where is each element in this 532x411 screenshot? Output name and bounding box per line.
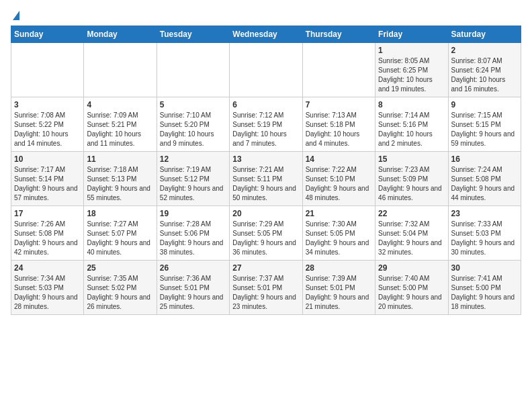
day-info-line: Sunrise: 7:09 AM — [87, 111, 138, 119]
day-info-line: Daylight: 9 hours and 26 minutes. — [87, 293, 150, 310]
day-info-line: Daylight: 9 hours and 30 minutes. — [451, 239, 515, 256]
day-number: 20 — [232, 209, 299, 218]
day-info-line: Sunrise: 7:26 AM — [14, 220, 65, 228]
day-info-line: Sunrise: 7:28 AM — [160, 220, 211, 228]
day-info: Sunrise: 7:14 AMSunset: 5:16 PMDaylight:… — [378, 111, 445, 148]
day-info-line: Sunset: 5:08 PM — [451, 175, 501, 183]
day-info-line: Sunrise: 7:13 AM — [306, 111, 357, 119]
day-info-line: Daylight: 9 hours and 50 minutes. — [232, 185, 296, 201]
calendar-cell: 29Sunrise: 7:40 AMSunset: 5:00 PMDayligh… — [375, 261, 448, 315]
day-info-line: Sunset: 5:14 PM — [14, 175, 64, 183]
day-info-line: Sunrise: 7:21 AM — [232, 166, 283, 173]
day-info-line: Sunrise: 7:41 AM — [451, 275, 502, 282]
day-info-line: Sunrise: 7:23 AM — [378, 166, 429, 173]
logo-arrow-icon — [13, 11, 19, 20]
calendar-cell: 25Sunrise: 7:35 AMSunset: 5:02 PMDayligh… — [84, 261, 157, 315]
day-info: Sunrise: 7:41 AMSunset: 5:00 PMDaylight:… — [451, 274, 518, 312]
day-info-line: Sunrise: 7:37 AM — [232, 275, 283, 282]
calendar-header-tuesday: Tuesday — [157, 26, 229, 43]
day-info-line: Sunrise: 7:24 AM — [451, 166, 502, 173]
day-info: Sunrise: 7:09 AMSunset: 5:21 PMDaylight:… — [87, 111, 153, 148]
day-info-line: Sunrise: 7:27 AM — [87, 220, 138, 228]
day-number: 9 — [451, 100, 518, 109]
day-info: Sunrise: 7:23 AMSunset: 5:09 PMDaylight:… — [378, 165, 445, 203]
day-info-line: Sunset: 5:20 PM — [160, 121, 210, 128]
day-info-line: Sunrise: 7:29 AM — [232, 220, 283, 228]
day-info-line: Sunset: 5:03 PM — [14, 284, 64, 291]
calendar-cell: 30Sunrise: 7:41 AMSunset: 5:00 PMDayligh… — [448, 261, 521, 315]
day-number: 12 — [160, 154, 226, 164]
day-info-line: Daylight: 9 hours and 46 minutes. — [378, 185, 442, 201]
day-info: Sunrise: 7:36 AMSunset: 5:01 PMDaylight:… — [160, 274, 226, 312]
day-info: Sunrise: 7:30 AMSunset: 5:05 PMDaylight:… — [306, 220, 372, 257]
day-info: Sunrise: 7:37 AMSunset: 5:01 PMDaylight:… — [232, 274, 299, 312]
calendar-header-thursday: Thursday — [302, 26, 375, 43]
day-info-line: Sunrise: 7:19 AM — [160, 166, 211, 173]
day-number: 2 — [451, 46, 518, 55]
day-info: Sunrise: 7:35 AMSunset: 5:02 PMDaylight:… — [87, 274, 153, 312]
calendar-cell: 15Sunrise: 7:23 AMSunset: 5:09 PMDayligh… — [375, 152, 448, 206]
calendar-cell: 11Sunrise: 7:18 AMSunset: 5:13 PMDayligh… — [84, 152, 157, 206]
day-info-line: Daylight: 9 hours and 32 minutes. — [378, 239, 442, 256]
day-info-line: Sunrise: 7:10 AM — [160, 111, 211, 119]
calendar-week-5: 24Sunrise: 7:34 AMSunset: 5:03 PMDayligh… — [11, 261, 521, 315]
day-info-line: Daylight: 9 hours and 48 minutes. — [306, 185, 369, 201]
day-number: 19 — [160, 209, 226, 218]
day-info-line: Daylight: 9 hours and 57 minutes. — [14, 185, 78, 201]
day-info-line: Sunrise: 7:32 AM — [378, 220, 429, 228]
day-info: Sunrise: 7:39 AMSunset: 5:01 PMDaylight:… — [306, 274, 372, 312]
calendar-cell: 2Sunrise: 8:07 AMSunset: 6:24 PMDaylight… — [448, 43, 521, 97]
day-number: 27 — [232, 263, 299, 273]
day-info-line: Sunset: 5:04 PM — [378, 230, 428, 237]
day-info: Sunrise: 7:19 AMSunset: 5:12 PMDaylight:… — [160, 165, 226, 203]
calendar-cell: 10Sunrise: 7:17 AMSunset: 5:14 PMDayligh… — [11, 152, 84, 206]
day-info-line: Daylight: 9 hours and 34 minutes. — [306, 239, 369, 256]
day-number: 23 — [451, 209, 518, 218]
day-number: 25 — [87, 263, 153, 273]
day-info-line: Sunrise: 7:12 AM — [232, 111, 283, 119]
day-info-line: Daylight: 10 hours and 19 minutes. — [378, 76, 433, 93]
day-number: 8 — [378, 100, 445, 109]
calendar-header-sunday: Sunday — [11, 26, 84, 43]
day-info: Sunrise: 8:07 AMSunset: 6:24 PMDaylight:… — [451, 56, 518, 94]
day-info-line: Sunset: 5:08 PM — [14, 230, 64, 237]
day-info-line: Sunrise: 7:39 AM — [306, 275, 357, 282]
day-info-line: Daylight: 10 hours and 4 minutes. — [306, 130, 360, 147]
day-info-line: Sunset: 5:10 PM — [306, 175, 355, 183]
page-header — [11, 11, 521, 20]
calendar-cell: 7Sunrise: 7:13 AMSunset: 5:18 PMDaylight… — [302, 97, 375, 152]
day-info-line: Daylight: 10 hours and 11 minutes. — [87, 130, 141, 147]
calendar-week-1: 1Sunrise: 8:05 AMSunset: 6:25 PMDaylight… — [11, 43, 521, 97]
calendar-cell — [11, 43, 84, 97]
calendar-cell — [84, 43, 157, 97]
day-number: 17 — [14, 209, 81, 218]
day-info-line: Daylight: 9 hours and 20 minutes. — [378, 293, 442, 310]
day-info-line: Daylight: 9 hours and 59 minutes. — [451, 130, 515, 147]
day-info: Sunrise: 7:28 AMSunset: 5:06 PMDaylight:… — [160, 220, 226, 257]
calendar-week-3: 10Sunrise: 7:17 AMSunset: 5:14 PMDayligh… — [11, 152, 521, 206]
day-info: Sunrise: 7:10 AMSunset: 5:20 PMDaylight:… — [160, 111, 226, 148]
day-info: Sunrise: 7:08 AMSunset: 5:22 PMDaylight:… — [14, 111, 81, 148]
day-info-line: Sunset: 5:01 PM — [232, 284, 282, 291]
calendar-cell: 24Sunrise: 7:34 AMSunset: 5:03 PMDayligh… — [11, 261, 84, 315]
day-info-line: Sunset: 5:00 PM — [451, 284, 501, 291]
day-info-line: Daylight: 9 hours and 55 minutes. — [87, 185, 150, 201]
day-info-line: Sunset: 5:21 PM — [87, 121, 136, 128]
calendar-header-saturday: Saturday — [448, 26, 521, 43]
logo — [11, 11, 19, 20]
calendar-cell: 16Sunrise: 7:24 AMSunset: 5:08 PMDayligh… — [448, 152, 521, 206]
calendar-cell: 26Sunrise: 7:36 AMSunset: 5:01 PMDayligh… — [157, 261, 229, 315]
day-info-line: Sunset: 5:12 PM — [160, 175, 210, 183]
day-number: 14 — [306, 154, 372, 164]
day-number: 15 — [378, 154, 445, 164]
day-number: 11 — [87, 154, 153, 164]
day-info-line: Daylight: 9 hours and 44 minutes. — [451, 185, 515, 201]
day-info-line: Sunrise: 7:36 AM — [160, 275, 211, 282]
day-info-line: Sunset: 6:25 PM — [378, 66, 428, 74]
day-info: Sunrise: 7:24 AMSunset: 5:08 PMDaylight:… — [451, 165, 518, 203]
day-info-line: Sunset: 5:05 PM — [232, 230, 282, 237]
day-info-line: Sunrise: 7:22 AM — [306, 166, 357, 173]
day-number: 18 — [87, 209, 153, 218]
calendar-cell: 27Sunrise: 7:37 AMSunset: 5:01 PMDayligh… — [230, 261, 302, 315]
calendar-table: SundayMondayTuesdayWednesdayThursdayFrid… — [11, 26, 521, 315]
